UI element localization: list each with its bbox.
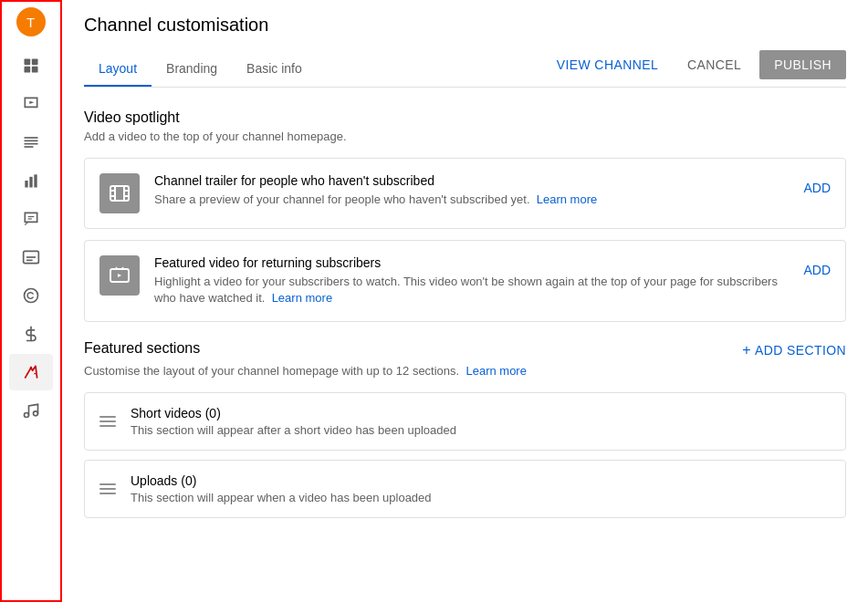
- sidebar-item-copyright[interactable]: [9, 277, 53, 314]
- featured-sections-title: Featured sections: [84, 340, 742, 357]
- trailer-content: Channel trailer for people who haven't s…: [154, 173, 789, 208]
- featured-icon: [99, 255, 140, 296]
- sidebar-item-audio[interactable]: [9, 392, 53, 429]
- list-icon: [22, 133, 40, 151]
- tab-actions: VIEW CHANNEL CANCEL PUBLISH: [546, 50, 846, 87]
- music-icon: [22, 401, 40, 420]
- featured-learn-more-link[interactable]: Learn more: [465, 364, 526, 378]
- svg-rect-0: [24, 59, 30, 66]
- copyright-icon: [22, 286, 40, 305]
- trailer-add-button[interactable]: ADD: [803, 173, 831, 202]
- svg-point-23: [33, 411, 37, 416]
- sidebar-item-comments[interactable]: [9, 201, 53, 237]
- tab-layout[interactable]: Layout: [84, 52, 152, 87]
- add-section-label: ADD SECTION: [755, 343, 846, 358]
- featured-video-card: Featured video for returning subscribers…: [84, 240, 846, 322]
- video-spotlight-section: Video spotlight Add a video to the top o…: [84, 109, 846, 333]
- svg-rect-3: [31, 67, 37, 73]
- trailer-title: Channel trailer for people who haven't s…: [154, 173, 789, 188]
- uploads-row: Uploads (0) This section will appear whe…: [84, 460, 846, 518]
- page-title: Channel customisation: [84, 15, 846, 36]
- dollar-icon: [22, 325, 40, 343]
- sidebar: T: [0, 0, 62, 602]
- tab-bar: Layout Branding Basic info VIEW CHANNEL …: [84, 50, 846, 88]
- uploads-title: Uploads (0): [131, 473, 432, 488]
- shorts-row: Short videos (0) This section will appea…: [84, 392, 846, 451]
- svg-point-19: [29, 367, 32, 369]
- featured-desc: Highlight a video for your subscribers t…: [154, 274, 789, 306]
- sidebar-item-dashboard[interactable]: [9, 47, 53, 84]
- channel-trailer-card: Channel trailer for people who haven't s…: [84, 158, 846, 229]
- shorts-title: Short videos (0): [131, 406, 456, 420]
- featured-title: Featured video for returning subscribers: [154, 255, 789, 270]
- svg-marker-4: [29, 101, 34, 104]
- svg-rect-11: [34, 174, 37, 187]
- svg-point-17: [24, 289, 37, 303]
- featured-sections: Featured sections + ADD SECTION Customis…: [84, 340, 846, 527]
- video-spotlight-desc: Add a video to the top of your channel h…: [84, 130, 846, 143]
- featured-add-button[interactable]: ADD: [803, 255, 831, 285]
- publish-button[interactable]: PUBLISH: [759, 50, 846, 79]
- magic-icon: [22, 363, 40, 381]
- sidebar-item-earn[interactable]: [9, 316, 53, 352]
- tab-branding[interactable]: Branding: [152, 52, 232, 87]
- comment-icon: [22, 210, 40, 228]
- svg-marker-32: [118, 274, 121, 277]
- svg-rect-2: [24, 67, 30, 73]
- trailer-desc: Share a preview of your channel for peop…: [154, 192, 789, 208]
- add-section-button[interactable]: + ADD SECTION: [742, 342, 846, 358]
- film-icon: [109, 182, 131, 204]
- svg-rect-9: [25, 181, 27, 188]
- sidebar-item-subtitles[interactable]: [9, 239, 53, 275]
- featured-content: Featured video for returning subscribers…: [154, 255, 789, 306]
- uploads-content: Uploads (0) This section will appear whe…: [131, 473, 432, 504]
- shorts-desc: This section will appear after a short v…: [131, 423, 456, 437]
- shorts-content: Short videos (0) This section will appea…: [131, 406, 456, 437]
- sidebar-item-customise[interactable]: [9, 354, 53, 390]
- svg-point-22: [24, 413, 28, 418]
- video-spotlight-title: Video spotlight: [84, 109, 846, 126]
- featured-learn-more[interactable]: Learn more: [272, 291, 332, 305]
- svg-rect-10: [29, 177, 32, 188]
- main-content: Channel customisation Layout Branding Ba…: [62, 0, 868, 602]
- uploads-drag-handle[interactable]: [99, 483, 116, 494]
- trailer-icon: [99, 173, 140, 213]
- bar-chart-icon: [22, 171, 40, 190]
- plus-icon: +: [742, 342, 751, 358]
- svg-rect-24: [110, 186, 129, 201]
- view-channel-button[interactable]: VIEW CHANNEL: [546, 50, 669, 79]
- video-star-icon: [109, 265, 131, 286]
- sidebar-item-content[interactable]: [9, 86, 53, 122]
- grid-icon: [22, 57, 40, 75]
- subtitles-icon: [22, 248, 40, 266]
- uploads-desc: This section will appear when a video ha…: [131, 491, 432, 504]
- avatar[interactable]: T: [16, 7, 46, 36]
- featured-sections-desc: Customise the layout of your channel hom…: [84, 364, 846, 378]
- trailer-learn-more[interactable]: Learn more: [537, 192, 597, 206]
- sidebar-item-analytics[interactable]: [9, 162, 53, 199]
- svg-rect-1: [31, 59, 37, 66]
- featured-header: Featured sections + ADD SECTION: [84, 340, 846, 360]
- shorts-drag-handle[interactable]: [99, 416, 116, 427]
- sidebar-item-playlists[interactable]: [9, 124, 53, 161]
- tab-basic-info[interactable]: Basic info: [232, 52, 317, 87]
- play-icon: [22, 95, 40, 113]
- cancel-button[interactable]: CANCEL: [676, 50, 752, 79]
